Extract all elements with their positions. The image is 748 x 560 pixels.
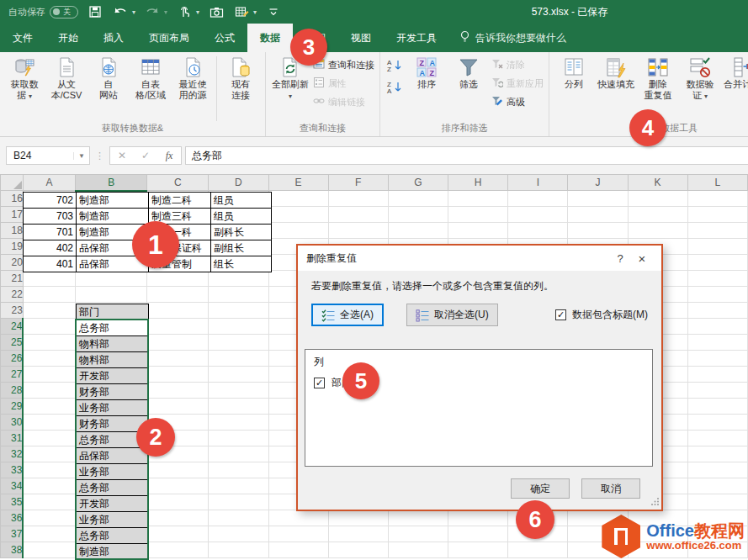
cell-A22[interactable] (23, 287, 75, 303)
row-header-31[interactable]: 31 (1, 431, 24, 446)
cell-B16[interactable]: 制造部 (77, 193, 149, 209)
cell-D37[interactable] (209, 526, 268, 542)
cell-L20[interactable] (687, 255, 747, 271)
col-header-I[interactable]: I (508, 175, 568, 191)
cell-B26[interactable]: 物料部 (77, 352, 149, 368)
cell-D24[interactable] (209, 319, 268, 335)
cell-D18[interactable]: 副科长 (211, 225, 272, 240)
cell-L26[interactable] (687, 351, 747, 367)
cell-L23[interactable] (687, 303, 747, 319)
row-header-21[interactable]: 21 (1, 271, 24, 287)
cell-D28[interactable] (209, 383, 268, 399)
cell-B21[interactable] (76, 271, 147, 287)
cell-A34[interactable] (23, 478, 75, 494)
cell-B33[interactable]: 业务部 (77, 464, 149, 480)
cell-C38[interactable] (147, 542, 209, 558)
table-draw-icon[interactable] (233, 4, 250, 19)
cell-A31[interactable] (23, 431, 75, 446)
row-header-34[interactable]: 34 (1, 478, 24, 494)
cell-A28[interactable] (23, 383, 75, 399)
cell-D27[interactable] (209, 367, 268, 383)
tab-开始[interactable]: 开始 (45, 24, 91, 52)
insert-function-icon[interactable]: fx (157, 150, 181, 162)
cell-E18[interactable] (268, 223, 328, 239)
cell-D23[interactable] (209, 303, 268, 319)
ribbon-button-筛选[interactable]: 筛选 (448, 55, 490, 91)
cell-A38[interactable] (23, 542, 75, 558)
save-icon[interactable] (87, 4, 103, 19)
cell-C23[interactable] (147, 303, 209, 319)
undo-dropdown-icon[interactable]: ▾ (132, 8, 135, 16)
cell-C16[interactable]: 制造二科 (149, 193, 211, 209)
data-has-headers-checkbox[interactable]: ✓ 数据包含标题(M) (555, 308, 648, 322)
cell-B22[interactable] (76, 287, 147, 303)
cell-A20[interactable]: 401 (24, 256, 77, 272)
tab-公式[interactable]: 公式 (202, 24, 247, 52)
ribbon-button-快速填充[interactable]: 快速填充 (595, 55, 637, 91)
formula-input[interactable]: 总务部 (185, 146, 748, 165)
cell-G17[interactable] (388, 207, 448, 223)
ribbon-button-排序[interactable]: ZAAZ排序 (406, 55, 448, 91)
undo-icon[interactable] (112, 4, 129, 19)
cell-D36[interactable] (209, 510, 268, 526)
col-header-L[interactable]: L (687, 175, 747, 191)
cell-A23[interactable] (23, 303, 75, 319)
cell-L24[interactable] (687, 319, 747, 335)
dialog-close-button[interactable]: × (631, 251, 653, 266)
ribbon-button-数据验证[interactable]: 数据验证 ▾ (679, 55, 721, 103)
camera-icon[interactable] (208, 4, 225, 19)
cell-C26[interactable] (147, 351, 209, 367)
col-header-A[interactable]: A (23, 175, 75, 191)
cell-C29[interactable] (147, 399, 209, 415)
cell-C35[interactable] (147, 494, 209, 510)
col-header-H[interactable]: H (448, 175, 508, 191)
cell-L30[interactable] (687, 415, 747, 431)
cell-B23[interactable]: 部门 (77, 304, 149, 320)
tab-视图[interactable]: 视图 (338, 24, 384, 52)
cell-L22[interactable] (687, 287, 747, 303)
cell-C21[interactable] (147, 271, 209, 287)
cell-J16[interactable] (568, 191, 628, 207)
cell-F18[interactable] (328, 223, 388, 239)
cell-L19[interactable] (687, 239, 747, 255)
cell-F37[interactable] (328, 526, 388, 542)
cell-D34[interactable] (209, 478, 268, 494)
cell-D17[interactable]: 组员 (211, 209, 272, 225)
cell-C27[interactable] (147, 367, 209, 383)
cell-L35[interactable] (687, 494, 747, 510)
col-header-E[interactable]: E (268, 175, 328, 191)
cell-G16[interactable] (388, 191, 448, 207)
tab-文件[interactable]: 文件 (0, 24, 45, 52)
row-header-33[interactable]: 33 (1, 462, 24, 478)
customize-qat-icon[interactable] (265, 4, 282, 19)
cell-L34[interactable] (687, 478, 747, 494)
cell-C36[interactable] (147, 510, 209, 526)
row-header-37[interactable]: 37 (1, 526, 24, 542)
cell-D38[interactable] (209, 542, 268, 558)
cell-B37[interactable]: 总务部 (77, 528, 149, 544)
cell-D21[interactable] (209, 271, 268, 287)
cell-K16[interactable] (628, 191, 687, 207)
cell-B27[interactable]: 开发部 (77, 368, 149, 384)
cell-B28[interactable]: 财务部 (77, 384, 149, 400)
cell-L28[interactable] (687, 383, 747, 399)
cell-D29[interactable] (209, 399, 268, 415)
cell-K17[interactable] (628, 207, 687, 223)
row-header-30[interactable]: 30 (1, 415, 24, 431)
cell-A27[interactable] (23, 367, 75, 383)
col-header-K[interactable]: K (628, 175, 687, 191)
cell-B25[interactable]: 物料部 (77, 336, 149, 352)
table-draw-dropdown-icon[interactable]: ▾ (253, 8, 257, 16)
cell-C33[interactable] (147, 462, 209, 478)
tab-插入[interactable]: 插入 (91, 24, 136, 52)
cell-D26[interactable] (209, 351, 268, 367)
row-header-29[interactable]: 29 (1, 399, 24, 415)
ribbon-button-分列[interactable]: 分列 (553, 55, 595, 91)
cell-E16[interactable] (268, 191, 328, 207)
cell-D30[interactable] (209, 415, 268, 431)
tab-页面布局[interactable]: 页面布局 (136, 24, 202, 52)
cell-C24[interactable] (147, 319, 209, 335)
cell-C25[interactable] (147, 335, 209, 351)
row-header-36[interactable]: 36 (1, 510, 24, 526)
ribbon-button-升序[interactable]: AZ (384, 56, 406, 77)
